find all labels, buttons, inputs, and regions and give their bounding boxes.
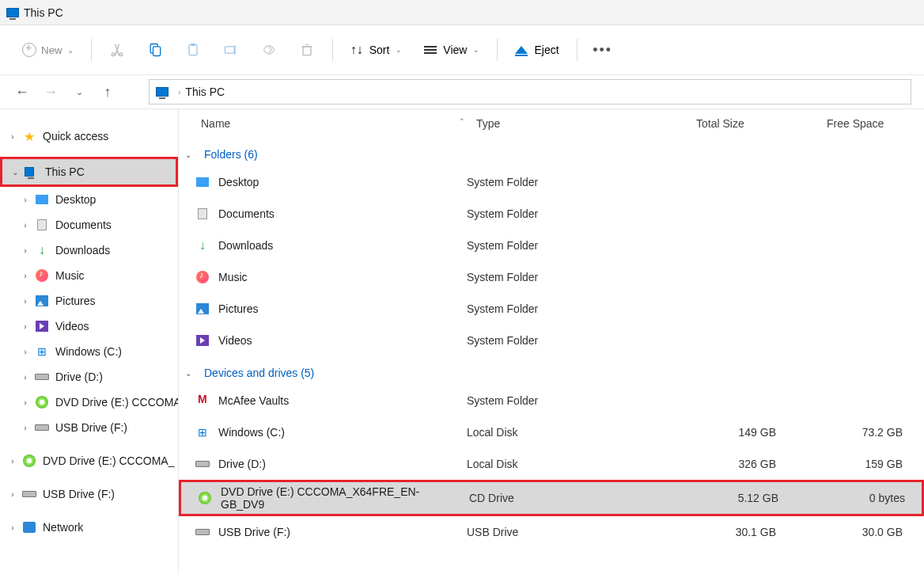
expand-icon[interactable]: › bbox=[19, 424, 32, 432]
main-area: › ★ Quick access ⌄ This PC ›Desktop›Docu… bbox=[0, 109, 924, 574]
list-row[interactable]: DesktopSystem Folder bbox=[179, 166, 924, 198]
sidebar-item-this-pc[interactable]: ⌄ This PC bbox=[2, 159, 176, 184]
forward-button[interactable]: → bbox=[41, 84, 60, 101]
list-row[interactable]: PicturesSystem Folder bbox=[179, 293, 924, 325]
list-row[interactable]: McAfee VaultsSystem Folder bbox=[179, 385, 924, 416]
expand-icon[interactable]: › bbox=[19, 348, 32, 356]
column-header-free-space[interactable]: Free Space bbox=[817, 117, 912, 130]
copy-button[interactable] bbox=[138, 34, 172, 66]
cell-name: DVD Drive (E:) CCCOMA_X64FRE_EN-GB_DV9 bbox=[181, 485, 460, 511]
expand-icon[interactable]: › bbox=[19, 373, 32, 382]
recent-button[interactable]: ⌄ bbox=[70, 87, 89, 97]
group-header-devices[interactable]: ⌄ Devices and drives (5) bbox=[179, 361, 924, 385]
cell-total: 149 GB bbox=[677, 426, 808, 439]
content-pane[interactable]: Name ⌃ Type Total Size Free Space ⌄ Fold… bbox=[179, 109, 924, 574]
collapse-icon[interactable]: ⌄ bbox=[185, 150, 198, 159]
column-header-type[interactable]: Type bbox=[467, 117, 687, 130]
item-icon bbox=[35, 193, 49, 206]
breadcrumb-item[interactable]: This PC bbox=[185, 86, 225, 98]
expand-icon[interactable]: › bbox=[19, 246, 32, 255]
column-header-total-size[interactable]: Total Size bbox=[687, 117, 817, 130]
cut-icon bbox=[109, 42, 125, 58]
download-icon: ↓ bbox=[199, 238, 206, 253]
expand-icon[interactable]: › bbox=[6, 523, 19, 532]
collapse-icon[interactable]: ⌄ bbox=[185, 369, 198, 378]
this-pc-icon bbox=[25, 165, 39, 178]
expand-icon[interactable]: › bbox=[19, 398, 32, 407]
cell-name: Pictures bbox=[179, 301, 457, 317]
sidebar-item-label: Network bbox=[43, 521, 83, 534]
column-header-name[interactable]: Name bbox=[179, 117, 457, 130]
sidebar-item[interactable]: ›Videos bbox=[0, 314, 178, 339]
cell-free: 159 GB bbox=[808, 458, 903, 470]
cell-name: McAfee Vaults bbox=[179, 393, 457, 409]
eject-button[interactable]: Eject bbox=[506, 34, 568, 66]
cell-name: ↓Downloads bbox=[179, 238, 457, 253]
sidebar-item-network[interactable]: › Network bbox=[0, 515, 178, 540]
this-pc-icon bbox=[6, 8, 19, 17]
sidebar-item[interactable]: ›Drive (D:) bbox=[0, 364, 178, 390]
cell-type: System Folder bbox=[457, 302, 677, 315]
item-name: DVD Drive (E:) CCCOMA_X64FRE_EN-GB_DV9 bbox=[221, 485, 460, 511]
window-title: This PC bbox=[24, 6, 63, 19]
cut-button[interactable] bbox=[100, 34, 134, 66]
network-icon bbox=[22, 521, 36, 534]
list-row[interactable]: USB Drive (F:)USB Drive30.1 GB30.0 GB bbox=[179, 516, 924, 548]
address-bar[interactable]: › This PC bbox=[149, 79, 911, 105]
list-row[interactable]: Drive (D:)Local Disk326 GB159 GB bbox=[179, 448, 924, 480]
sidebar-item-usb-drive[interactable]: › USB Drive (F:) bbox=[0, 481, 178, 507]
expand-icon[interactable]: › bbox=[6, 132, 19, 141]
more-button[interactable]: ••• bbox=[585, 34, 620, 66]
cell-name: Documents bbox=[179, 206, 457, 222]
expand-icon[interactable]: › bbox=[19, 272, 32, 280]
sidebar-item[interactable]: ›Music bbox=[0, 263, 178, 288]
cell-type: Local Disk bbox=[457, 426, 677, 439]
collapse-icon[interactable]: ⌄ bbox=[9, 168, 21, 177]
sidebar-item[interactable]: ›Pictures bbox=[0, 288, 178, 314]
svg-point-0 bbox=[112, 53, 115, 56]
paste-button[interactable] bbox=[176, 34, 210, 66]
sidebar-item-dvd-drive[interactable]: › DVD Drive (E:) CCCOMA_ bbox=[0, 448, 178, 473]
sidebar-item-label: DVD Drive (E:) CCCOMA_ bbox=[43, 454, 174, 467]
document-icon bbox=[198, 208, 207, 219]
sidebar-item-quick-access[interactable]: › ★ Quick access bbox=[0, 124, 178, 149]
dvd-icon bbox=[199, 492, 211, 504]
expand-icon[interactable]: › bbox=[6, 457, 19, 466]
new-button[interactable]: New ⌄ bbox=[13, 34, 83, 66]
cell-type: System Folder bbox=[457, 334, 677, 347]
expand-icon[interactable]: › bbox=[19, 297, 32, 306]
sort-button[interactable]: ↑↓ Sort ⌄ bbox=[341, 34, 412, 66]
expand-icon[interactable]: › bbox=[19, 196, 32, 204]
music-icon bbox=[196, 271, 209, 283]
sidebar-item[interactable]: ›Desktop bbox=[0, 187, 178, 212]
expand-icon[interactable]: › bbox=[6, 490, 19, 499]
delete-button[interactable] bbox=[290, 34, 324, 66]
group-header-folders[interactable]: ⌄ Folders (6) bbox=[179, 143, 924, 166]
rename-button[interactable] bbox=[214, 34, 248, 66]
list-row[interactable]: MusicSystem Folder bbox=[179, 261, 924, 293]
item-name: Desktop bbox=[218, 176, 259, 188]
expand-icon[interactable]: › bbox=[19, 322, 32, 331]
sidebar-item[interactable]: ›↓Downloads bbox=[0, 238, 178, 263]
sidebar-item[interactable]: ›DVD Drive (E:) CCCOMA_ bbox=[0, 390, 178, 415]
list-row[interactable]: VideosSystem Folder bbox=[179, 325, 924, 356]
drive-icon bbox=[195, 461, 210, 467]
item-name: Videos bbox=[218, 334, 252, 347]
expand-icon[interactable]: › bbox=[19, 221, 32, 230]
sidebar-item[interactable]: ›USB Drive (F:) bbox=[0, 415, 178, 440]
list-row[interactable]: ⊞Windows (C:)Local Disk149 GB73.2 GB bbox=[179, 416, 924, 448]
share-button[interactable] bbox=[252, 34, 286, 66]
view-button[interactable]: View ⌄ bbox=[415, 34, 489, 66]
list-row[interactable]: ↓DownloadsSystem Folder bbox=[179, 230, 924, 261]
sidebar-item[interactable]: ›Documents bbox=[0, 212, 178, 238]
back-button[interactable]: ← bbox=[13, 84, 32, 101]
cell-free: 30.0 GB bbox=[808, 526, 903, 538]
list-row[interactable]: DocumentsSystem Folder bbox=[179, 198, 924, 230]
sidebar-item[interactable]: ›⊞Windows (C:) bbox=[0, 339, 178, 364]
up-button[interactable]: ↑ bbox=[98, 84, 117, 101]
folder-icon bbox=[36, 195, 48, 204]
sidebar[interactable]: › ★ Quick access ⌄ This PC ›Desktop›Docu… bbox=[0, 109, 179, 574]
list-row[interactable]: DVD Drive (E:) CCCOMA_X64FRE_EN-GB_DV9CD… bbox=[181, 482, 922, 514]
divider bbox=[91, 39, 92, 61]
paste-icon bbox=[185, 42, 201, 58]
